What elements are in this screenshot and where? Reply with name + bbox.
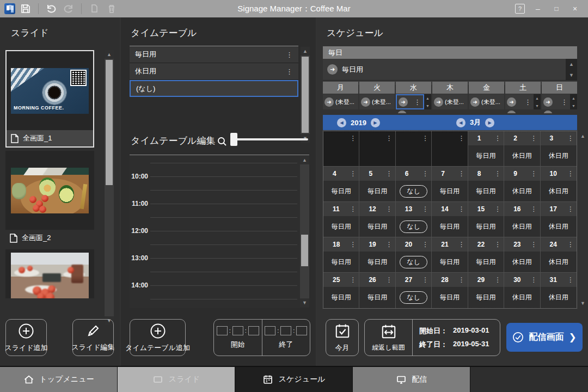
current-month-button[interactable]: 今月 xyxy=(326,319,359,356)
calendar-day-22[interactable]: 22⋮毎日用 xyxy=(468,237,504,273)
calendar-day-23[interactable]: 23⋮休日用 xyxy=(504,237,540,273)
weekday-schedule-cell[interactable]: ➜(未登... xyxy=(359,94,395,109)
calendar-day-8[interactable]: 8⋮毎日用 xyxy=(468,167,504,202)
calendar-day-18[interactable]: 18⋮毎日用 xyxy=(323,237,359,273)
calendar-day-21[interactable]: 21⋮毎日用 xyxy=(432,237,468,273)
calendar-day-10[interactable]: 10⋮休日用 xyxy=(541,167,577,202)
timetable-edit-timeline[interactable]: 10:0011:0012:0013:0014:00 xyxy=(130,155,309,308)
slider-handle[interactable] xyxy=(230,133,237,146)
start-hour-input[interactable] xyxy=(217,326,228,335)
timetable-scrollbar[interactable]: ▲ ▼ xyxy=(301,47,310,143)
kebab-menu-icon[interactable]: ⋮ xyxy=(386,134,393,142)
help-button[interactable]: ? xyxy=(515,4,525,14)
close-button[interactable]: × xyxy=(569,4,580,13)
repeat-range-button[interactable]: 繰返し範囲 xyxy=(365,320,413,356)
kebab-menu-icon[interactable]: ⋮ xyxy=(350,170,356,177)
kebab-menu-icon[interactable]: ⋮ xyxy=(350,241,356,248)
calendar-day-26[interactable]: 26⋮毎日用 xyxy=(359,273,395,308)
redo-button[interactable] xyxy=(62,2,76,16)
kebab-menu-icon[interactable]: ⋮ xyxy=(414,98,421,106)
kebab-menu-icon[interactable]: ⋮ xyxy=(458,134,465,142)
edit-slide-button[interactable]: スライド編集 xyxy=(72,319,114,356)
end-second-input[interactable] xyxy=(296,326,307,335)
calendar-day-15[interactable]: 15⋮毎日用 xyxy=(468,202,504,237)
calendar-day-9[interactable]: 9⋮休日用 xyxy=(504,167,540,202)
calendar-day-6[interactable]: 6⋮なし xyxy=(396,167,432,202)
kebab-menu-icon[interactable]: ⋮ xyxy=(386,276,393,284)
calendar-day-3[interactable]: 3⋮休日用 xyxy=(541,131,577,167)
scroll-up-icon[interactable]: ▲ xyxy=(534,94,541,102)
end-minute-input[interactable] xyxy=(280,326,291,335)
kebab-menu-icon[interactable]: ⋮ xyxy=(458,276,465,284)
undo-button[interactable] xyxy=(44,2,58,16)
calendar-empty-cell[interactable]: ⋮ xyxy=(432,131,468,167)
calendar-day-24[interactable]: 24⋮休日用 xyxy=(541,237,577,273)
kebab-menu-icon[interactable]: ⋮ xyxy=(458,241,465,248)
kebab-menu-icon[interactable]: ⋮ xyxy=(286,51,293,59)
kebab-menu-icon[interactable]: ⋮ xyxy=(494,276,501,284)
kebab-menu-icon[interactable]: ⋮ xyxy=(494,205,501,213)
nav-tab-slide[interactable]: スライド xyxy=(118,367,235,392)
next-year-button[interactable]: ▶ xyxy=(371,118,380,127)
weekday-schedule-cell[interactable]: ➜⋮ xyxy=(542,94,570,109)
kebab-menu-icon[interactable]: ⋮ xyxy=(567,276,574,284)
add-slide-button[interactable]: スライド追加 xyxy=(5,319,47,356)
cell-scrollbar[interactable]: ▲▼ xyxy=(424,94,431,109)
calendar-empty-cell[interactable]: ⋮ xyxy=(396,131,432,167)
save-button[interactable] xyxy=(19,2,33,16)
calendar-day-2[interactable]: 2⋮休日用 xyxy=(504,131,540,167)
slide-item-1[interactable]: MORNING COFFEE.全画面_1 xyxy=(5,50,94,148)
end-time-field[interactable]: :: 終了 xyxy=(262,320,310,356)
calendar-empty-cell[interactable]: ⋮ xyxy=(323,131,359,167)
weekday-schedule-cell[interactable]: ➜⋮ xyxy=(505,94,534,109)
weekday-schedule-cell[interactable]: ➜(未登... xyxy=(469,94,504,109)
cell-scrollbar[interactable]: ▲▼ xyxy=(570,94,577,109)
scroll-thumb[interactable] xyxy=(302,57,309,133)
kebab-menu-icon[interactable]: ⋮ xyxy=(567,241,574,248)
start-time-field[interactable]: :: 開始 xyxy=(214,320,262,356)
calendar-day-11[interactable]: 11⋮毎日用 xyxy=(323,202,359,237)
scroll-up-icon[interactable]: ▲ xyxy=(105,50,114,59)
weekday-schedule-cell[interactable]: ➜(未登... xyxy=(323,94,358,109)
next-month-button[interactable]: ▶ xyxy=(485,118,494,127)
scroll-up-icon[interactable]: ▲ xyxy=(570,94,577,102)
daily-timetable-item[interactable]: ➜ 毎日用 ⋮ ▲ ▼ xyxy=(323,59,577,81)
kebab-menu-icon[interactable]: ⋮ xyxy=(422,241,428,248)
publish-screen-button[interactable]: 配信画面 ❯ xyxy=(506,323,583,352)
kebab-menu-icon[interactable]: ⋮ xyxy=(350,276,356,284)
calendar-day-25[interactable]: 25⋮毎日用 xyxy=(323,273,359,308)
kebab-menu-icon[interactable]: ⋮ xyxy=(567,205,574,213)
kebab-menu-icon[interactable]: ⋮ xyxy=(567,134,574,142)
slide-item-2[interactable]: 全画面_2 xyxy=(5,151,94,246)
kebab-menu-icon[interactable]: ⋮ xyxy=(422,134,428,142)
scroll-thumb[interactable] xyxy=(301,235,308,266)
kebab-menu-icon[interactable]: ⋮ xyxy=(531,241,537,248)
kebab-menu-icon[interactable]: ⋮ xyxy=(286,68,293,76)
scroll-down-icon[interactable]: ▼ xyxy=(578,299,587,308)
add-timetable-button[interactable]: タイムテーブル追加 xyxy=(130,319,186,356)
kebab-menu-icon[interactable]: ⋮ xyxy=(531,276,537,284)
kebab-menu-icon[interactable]: ⋮ xyxy=(531,170,537,177)
kebab-menu-icon[interactable]: ⋮ xyxy=(524,98,531,106)
prev-month-button[interactable]: ◀ xyxy=(456,118,465,127)
calendar-day-16[interactable]: 16⋮休日用 xyxy=(504,202,540,237)
copy-button[interactable] xyxy=(87,2,101,16)
cell-scrollbar[interactable]: ▲▼ xyxy=(534,94,541,109)
timeline-zoom-slider[interactable] xyxy=(230,133,308,146)
scroll-down-icon[interactable]: ▼ xyxy=(424,102,431,109)
scroll-down-icon[interactable]: ▼ xyxy=(534,102,541,109)
scroll-up-icon[interactable]: ▲ xyxy=(301,47,310,56)
kebab-menu-icon[interactable]: ⋮ xyxy=(350,134,356,142)
calendar-day-30[interactable]: 30⋮休日用 xyxy=(504,273,540,308)
calendar-day-29[interactable]: 29⋮毎日用 xyxy=(468,273,504,308)
kebab-menu-icon[interactable]: ⋮ xyxy=(531,205,537,213)
scroll-up-icon[interactable]: ▲ xyxy=(300,156,309,164)
nav-tab-monitor[interactable]: 配信 xyxy=(353,367,470,392)
timetable-item-1[interactable]: 毎日用⋮ xyxy=(130,46,298,63)
calendar-day-4[interactable]: 4⋮毎日用 xyxy=(323,167,359,202)
kebab-menu-icon[interactable]: ⋮ xyxy=(386,170,393,177)
kebab-menu-icon[interactable]: ⋮ xyxy=(561,98,568,106)
calendar-day-7[interactable]: 7⋮毎日用 xyxy=(432,167,468,202)
weekday-schedule-cell[interactable]: ➜⋮ xyxy=(396,94,424,109)
kebab-menu-icon[interactable]: ⋮ xyxy=(422,205,428,213)
